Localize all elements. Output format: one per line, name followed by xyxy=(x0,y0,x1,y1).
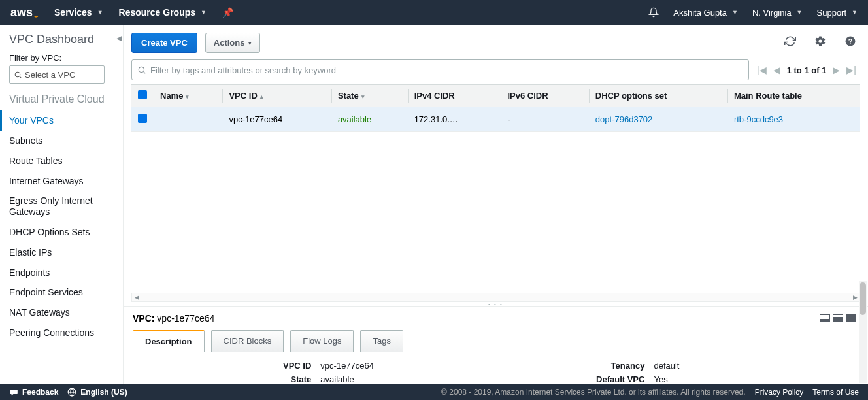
sidebar-title: VPC Dashboard xyxy=(0,33,114,53)
cell-state: available xyxy=(331,107,408,132)
pane-layout-icons xyxy=(820,314,856,322)
page-prev-icon[interactable]: ◀ xyxy=(773,65,780,75)
chat-icon xyxy=(9,388,18,397)
nav-user-label: Akshita Gupta xyxy=(673,8,727,18)
sidebar-item-egress-only-igw[interactable]: Egress Only Internet Gateways xyxy=(0,191,114,222)
tab-tags[interactable]: Tags xyxy=(360,330,403,352)
detail-v-vpc-id: vpc-1e77ce64 xyxy=(320,361,374,371)
layout-split-icon[interactable] xyxy=(833,314,843,322)
sidebar-item-endpoints[interactable]: Endpoints xyxy=(0,263,114,283)
top-nav: aws⌣ Services▼ Resource Groups▼ 📌 Akshit… xyxy=(0,0,868,25)
col-state[interactable]: State▾ xyxy=(331,85,408,107)
toolbar: Create VPC Actions ▾ ? xyxy=(124,25,868,59)
actions-button[interactable]: Actions ▾ xyxy=(205,33,261,53)
detail-tabs: Description CIDR Blocks Flow Logs Tags xyxy=(124,330,868,352)
layout-bottom-icon[interactable] xyxy=(820,314,830,322)
language-selector[interactable]: English (US) xyxy=(67,388,127,397)
feedback-link[interactable]: Feedback xyxy=(9,388,58,397)
aws-logo[interactable]: aws⌣ xyxy=(10,6,39,20)
cell-dhcp-link[interactable]: dopt-796d3702 xyxy=(589,107,727,132)
aws-logo-text: aws xyxy=(10,6,33,20)
sidebar-item-internet-gateways[interactable]: Internet Gateways xyxy=(0,171,114,192)
svg-text:?: ? xyxy=(848,37,852,45)
footer-legal: © 2008 - 2019, Amazon Internet Services … xyxy=(441,388,746,397)
actions-label: Actions xyxy=(214,38,245,48)
nav-support[interactable]: Support▼ xyxy=(817,8,858,18)
settings-icon[interactable] xyxy=(814,35,826,50)
col-vpc-id[interactable]: VPC ID▴ xyxy=(222,85,331,107)
caret-down-icon: ▼ xyxy=(732,9,738,16)
sidebar-item-elastic-ips[interactable]: Elastic IPs xyxy=(0,242,114,263)
tab-cidr-blocks[interactable]: CIDR Blocks xyxy=(211,330,284,352)
cell-ipv6: - xyxy=(501,107,588,132)
terms-link[interactable]: Terms of Use xyxy=(812,388,859,397)
sidebar-collapse-handle[interactable]: ◀ xyxy=(114,25,124,384)
pin-icon[interactable]: 📌 xyxy=(222,7,233,18)
detail-v-default-vpc: Yes xyxy=(654,375,679,384)
sidebar-item-route-tables[interactable]: Route Tables xyxy=(0,151,114,171)
globe-icon xyxy=(67,388,76,397)
cell-name xyxy=(154,107,222,132)
svg-point-4 xyxy=(139,67,144,72)
svg-point-0 xyxy=(15,72,20,77)
nav-region-label: N. Virginia xyxy=(752,8,792,18)
detail-header: VPC: vpc-1e77ce64 xyxy=(124,306,868,327)
sidebar-item-dhcp-options[interactable]: DHCP Options Sets xyxy=(0,222,114,242)
cell-vpc-id: vpc-1e77ce64 xyxy=(222,107,331,132)
detail-vertical-scrollbar[interactable] xyxy=(859,281,867,383)
row-checkbox[interactable] xyxy=(138,114,147,123)
sort-icon: ▴ xyxy=(260,93,263,100)
filter-vpc-select[interactable]: Select a VPC xyxy=(9,65,105,84)
table-row[interactable]: vpc-1e77ce64 available 172.31.0.… - dopt… xyxy=(131,107,860,132)
feedback-label: Feedback xyxy=(22,388,58,397)
help-icon[interactable]: ? xyxy=(844,35,856,50)
notifications-icon[interactable] xyxy=(648,7,659,18)
privacy-link[interactable]: Privacy Policy xyxy=(755,388,804,397)
sidebar-item-your-vpcs[interactable]: Your VPCs xyxy=(0,110,114,131)
detail-k-state: State xyxy=(283,375,311,384)
col-rtb[interactable]: Main Route table xyxy=(727,85,860,107)
caret-down-icon: ▼ xyxy=(201,9,207,16)
detail-title: VPC: vpc-1e77ce64 xyxy=(133,313,214,324)
col-name[interactable]: Name▾ xyxy=(154,85,222,107)
nav-user[interactable]: Akshita Gupta▼ xyxy=(673,8,738,18)
col-ipv6[interactable]: IPv6 CIDR xyxy=(501,85,588,107)
col-ipv4[interactable]: IPv4 CIDR xyxy=(408,85,501,107)
filter-by-vpc-label: Filter by VPC: xyxy=(0,53,114,65)
language-label: English (US) xyxy=(80,388,127,397)
sidebar-item-subnets[interactable]: Subnets xyxy=(0,131,114,151)
svg-line-1 xyxy=(20,76,21,78)
page-first-icon[interactable]: |◀ xyxy=(757,65,767,75)
search-input[interactable]: Filter by tags and attributes or search … xyxy=(131,59,749,80)
nav-region[interactable]: N. Virginia▼ xyxy=(752,8,803,18)
select-all-checkbox[interactable] xyxy=(138,90,147,99)
sort-icon: ▾ xyxy=(186,93,189,100)
tab-flow-logs[interactable]: Flow Logs xyxy=(290,330,354,352)
search-icon xyxy=(14,71,22,79)
detail-k-tenancy: Tenancy xyxy=(596,361,644,371)
svg-line-5 xyxy=(144,72,146,74)
main-content: Create VPC Actions ▾ ? Filter by tags an… xyxy=(124,25,868,384)
detail-v-tenancy: default xyxy=(654,361,679,371)
create-vpc-button[interactable]: Create VPC xyxy=(131,33,197,53)
sidebar-item-peering-connections[interactable]: Peering Connections xyxy=(0,323,114,343)
paginator-text: 1 to 1 of 1 xyxy=(787,65,827,75)
nav-resource-groups[interactable]: Resource Groups▼ xyxy=(119,7,207,18)
sidebar-item-endpoint-services[interactable]: Endpoint Services xyxy=(0,282,114,303)
page-next-icon[interactable]: ▶ xyxy=(833,65,840,75)
scroll-left-icon[interactable]: ◀ xyxy=(132,293,141,301)
refresh-icon[interactable] xyxy=(784,35,796,50)
sidebar-item-nat-gateways[interactable]: NAT Gateways xyxy=(0,303,114,323)
horizontal-scrollbar[interactable]: ◀ ▶ xyxy=(131,293,860,302)
cell-ipv4: 172.31.0.… xyxy=(408,107,501,132)
page-last-icon[interactable]: ▶| xyxy=(846,65,856,75)
nav-services-label: Services xyxy=(54,7,92,18)
layout-full-icon[interactable] xyxy=(846,314,856,322)
footer: Feedback English (US) © 2008 - 2019, Ama… xyxy=(0,384,868,400)
scroll-right-icon[interactable]: ▶ xyxy=(850,293,860,301)
col-dhcp[interactable]: DHCP options set xyxy=(589,85,727,107)
cell-rtb-link[interactable]: rtb-9ccdc9e3 xyxy=(727,107,860,132)
tab-description[interactable]: Description xyxy=(133,330,205,352)
paginator: |◀ ◀ 1 to 1 of 1 ▶ ▶| xyxy=(757,65,856,75)
nav-services[interactable]: Services▼ xyxy=(54,7,103,18)
